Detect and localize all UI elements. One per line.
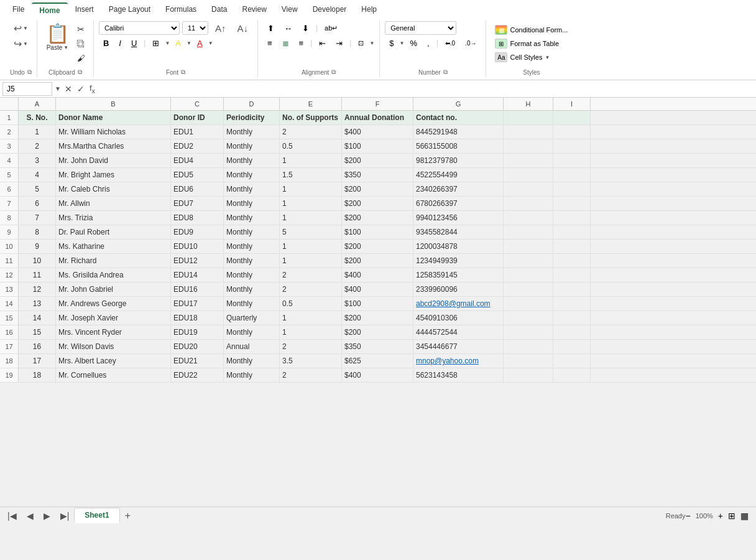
font-size-select[interactable]: 11 [182,21,208,35]
cell-r16-c2[interactable]: EDU19 [171,325,224,339]
cell-r19-c6[interactable]: 5623143458 [413,368,504,382]
col-header-d[interactable]: D [224,98,280,110]
cell-r10-c3[interactable]: Monthly [224,240,280,253]
cell-r11-c5[interactable]: $200 [342,254,413,268]
cell-r5-c2[interactable]: EDU5 [171,168,224,182]
dropdown-arrow[interactable]: ▼ [55,85,61,92]
header-cell-4[interactable]: No. of Supports [280,111,342,124]
normal-view-icon[interactable]: ▦ [740,511,749,521]
cell-r3-c0[interactable]: 2 [19,139,56,153]
cell-r3-c5[interactable]: $100 [342,139,413,153]
format-painter-button[interactable]: 🖌 [74,52,88,65]
cell-r6-c1[interactable]: Mr. Caleb Chris [56,182,171,196]
cell-r11-c1[interactable]: Mr. Richard [56,254,171,268]
cell-r12-c4[interactable]: 2 [280,268,342,282]
cell-r10-c0[interactable]: 9 [19,240,56,253]
row-number-19[interactable]: 19 [0,368,19,382]
row-number-13[interactable]: 13 [0,282,19,296]
cell-r18-c7[interactable] [504,354,553,368]
cut-button[interactable]: ✂ [74,22,88,36]
align-left-button[interactable]: ≡ [263,36,277,50]
cell-r5-c6[interactable]: 4522554499 [413,168,504,182]
cell-r2-c3[interactable]: Monthly [224,125,280,139]
fill-color-button[interactable]: A [171,36,185,50]
col-header-f[interactable]: F [342,98,413,110]
cell-r6-c0[interactable]: 5 [19,182,56,196]
cell-r4-c3[interactable]: Monthly [224,154,280,167]
row-number-2[interactable]: 2 [0,125,19,139]
conditional-format-button[interactable]: ▦ Conditional Form... [491,24,571,36]
cell-r14-c7[interactable] [504,297,553,310]
cell-r6-c5[interactable]: $200 [342,182,413,196]
cell-r6-c2[interactable]: EDU6 [171,182,224,196]
cell-r2-c7[interactable] [504,125,553,139]
row-number-5[interactable]: 5 [0,168,19,182]
cell-r16-c4[interactable]: 1 [280,325,342,339]
cell-r9-c6[interactable]: 9345582844 [413,225,504,239]
decrease-decimal-button[interactable]: .0→ [461,36,481,50]
cell-r6-c8[interactable] [553,182,591,196]
cell-r11-c8[interactable] [553,254,591,268]
row-number-4[interactable]: 4 [0,154,19,167]
cell-r7-c4[interactable]: 1 [280,197,342,210]
cell-r15-c1[interactable]: Mr. Joseph Xavier [56,311,171,325]
formula-cancel-icon[interactable]: ✕ [63,83,73,95]
cell-r14-c6[interactable]: abcd2908@gmail.com [413,297,504,310]
cell-r12-c8[interactable] [553,268,591,282]
tab-view[interactable]: View [274,2,305,17]
tab-formulas[interactable]: Formulas [158,2,204,17]
cell-r15-c4[interactable]: 1 [280,311,342,325]
align-center-button[interactable]: ≣ [278,36,293,50]
cell-r4-c6[interactable]: 9812379780 [413,154,504,167]
cell-r6-c6[interactable]: 2340266397 [413,182,504,196]
cell-r2-c5[interactable]: $400 [342,125,413,139]
cell-r13-c0[interactable]: 12 [19,282,56,296]
cell-r11-c4[interactable]: 1 [280,254,342,268]
cell-r13-c4[interactable]: 2 [280,282,342,296]
cell-r15-c5[interactable]: $200 [342,311,413,325]
tab-page-layout[interactable]: Page Layout [101,2,158,17]
cell-r18-c3[interactable]: Monthly [224,354,280,368]
cell-r12-c5[interactable]: $400 [342,268,413,282]
cell-r14-c0[interactable]: 13 [19,297,56,310]
cell-r8-c7[interactable] [504,211,553,225]
cell-r15-c2[interactable]: EDU18 [171,311,224,325]
page-layout-icon[interactable]: ⊞ [728,511,735,521]
row-number-16[interactable]: 16 [0,325,19,339]
cell-r3-c4[interactable]: 0.5 [280,139,342,153]
cell-r3-c2[interactable]: EDU2 [171,139,224,153]
cell-r8-c6[interactable]: 9940123456 [413,211,504,225]
bold-button[interactable]: B [99,36,113,50]
cell-r16-c7[interactable] [504,325,553,339]
cell-r9-c5[interactable]: $100 [342,225,413,239]
tab-developer[interactable]: Developer [305,2,354,17]
row-number-6[interactable]: 6 [0,182,19,196]
cell-r4-c1[interactable]: Mr. John David [56,154,171,167]
cell-r19-c0[interactable]: 18 [19,368,56,382]
underline-button[interactable]: U [127,36,141,50]
cell-r19-c3[interactable]: Monthly [224,368,280,382]
cell-r15-c0[interactable]: 14 [19,311,56,325]
cell-r4-c5[interactable]: $200 [342,154,413,167]
cell-r17-c1[interactable]: Mr. Wilson Davis [56,340,171,353]
cell-r17-c2[interactable]: EDU20 [171,340,224,353]
cell-r6-c7[interactable] [504,182,553,196]
cell-r10-c8[interactable] [553,240,591,253]
header-cell-0[interactable]: S. No. [19,111,56,124]
tab-review[interactable]: Review [234,2,274,17]
cell-r7-c3[interactable]: Monthly [224,197,280,210]
cell-r9-c1[interactable]: Dr. Paul Robert [56,225,171,239]
row-number-12[interactable]: 12 [0,268,19,282]
cell-r9-c0[interactable]: 8 [19,225,56,239]
cell-r13-c5[interactable]: $400 [342,282,413,296]
cell-r8-c3[interactable]: Monthly [224,211,280,225]
cell-r13-c7[interactable] [504,282,553,296]
tab-data[interactable]: Data [204,2,234,17]
cell-r15-c8[interactable] [553,311,591,325]
row-number-18[interactable]: 18 [0,354,19,368]
align-right-button[interactable]: ≡ [295,36,308,50]
format-as-table-button[interactable]: ⊞ Format as Table [491,37,563,50]
cell-r13-c3[interactable]: Monthly [224,282,280,296]
cell-r11-c7[interactable] [504,254,553,268]
cell-r6-c4[interactable]: 1 [280,182,342,196]
